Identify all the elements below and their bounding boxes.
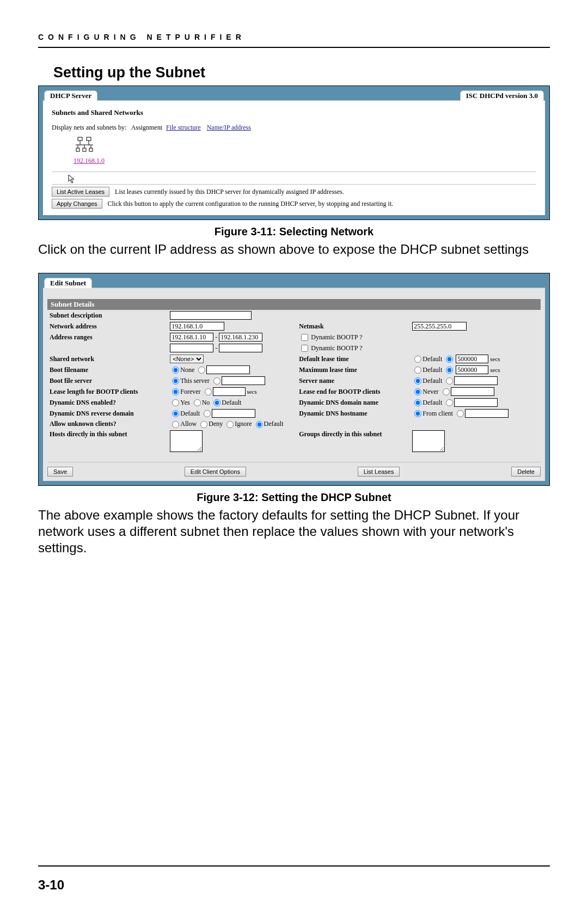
list-leases-button[interactable]: List Leases <box>358 467 400 477</box>
cursor-arrow-icon <box>68 174 76 184</box>
fig2-footer-buttons: Save Edit Client Options List Leases Del… <box>47 467 541 477</box>
radio-dyndnshost-custom[interactable] <box>457 410 464 417</box>
radio-unknown-ignore[interactable] <box>226 421 234 428</box>
chk-dyn-bootp-1[interactable] <box>301 334 308 341</box>
input-groups-direct[interactable] <box>412 430 445 452</box>
fig1-content: Subnets and Shared Networks Display nets… <box>43 100 545 215</box>
input-hosts-direct[interactable] <box>170 430 203 452</box>
input-dyndnshost[interactable] <box>465 409 509 418</box>
radio-servername-default[interactable] <box>414 377 421 385</box>
figure-1-caption: Figure 3-11: Selecting Network <box>38 225 550 238</box>
fig1-tab-dhcp-server[interactable]: DHCP Server <box>44 90 97 101</box>
radio-unknown-allow[interactable] <box>172 421 179 428</box>
fig1-display-row: Display nets and subnets by: Assignment … <box>52 124 536 132</box>
radio-leaselen-custom[interactable] <box>205 388 212 395</box>
radio-leaselen-forever[interactable] <box>172 388 179 395</box>
radio-max-lease-default[interactable] <box>414 367 421 374</box>
radio-dyndnsrev-custom[interactable] <box>204 410 211 417</box>
divider-top <box>38 47 550 48</box>
lbl-network-addr: Network address <box>47 321 168 332</box>
input-netmask[interactable] <box>412 322 467 331</box>
radio-unknown-deny[interactable] <box>200 421 207 428</box>
lbl-server-name: Server name <box>297 375 410 386</box>
figure-1-screenshot: DHCP Server ISC DHCPd version 3.0 Subnet… <box>38 86 550 220</box>
fig1-link-nameip[interactable]: Name/IP address <box>207 124 251 131</box>
fig2-form-table: Subnet description Network address Netma… <box>47 310 541 455</box>
lbl-allow-unknown: Allow unknown clients? <box>47 419 168 429</box>
fig1-tab-version: ISC DHCPd version 3.0 <box>460 90 544 101</box>
radio-servername-custom[interactable] <box>446 377 453 385</box>
apply-changes-button[interactable]: Apply Changes <box>52 199 102 209</box>
radio-bootfile-none[interactable] <box>172 367 179 374</box>
input-dyndnsrev[interactable] <box>212 409 255 418</box>
fig1-assignment: Assignment <box>131 124 162 131</box>
lbl-dyn-dns-enabled: Dynamic DNS enabled? <box>47 397 168 408</box>
radio-default-lease-custom[interactable] <box>446 356 453 363</box>
fig1-tab-row: DHCP Server ISC DHCPd version 3.0 <box>43 90 545 101</box>
radio-leaseend-custom[interactable] <box>443 388 450 395</box>
lbl-lease-len-bootp: Lease length for BOOTP clients <box>47 386 168 397</box>
input-max-lease[interactable] <box>456 365 488 374</box>
fig2-tab-edit-subnet[interactable]: Edit Subnet <box>44 278 92 288</box>
radio-max-lease-custom[interactable] <box>446 367 453 374</box>
fig1-subhead: Subnets and Shared Networks <box>52 108 536 117</box>
fig1-network-link[interactable]: 192.168.1.0 <box>74 157 536 165</box>
input-dyndnsdom[interactable] <box>454 398 498 407</box>
page: CONFIGURING NETPURIFIER Setting up the S… <box>0 0 588 909</box>
chapter-header: CONFIGURING NETPURIFIER <box>38 33 550 41</box>
figure-2-caption: Figure 3-12: Setting the DHCP Subnet <box>38 491 550 504</box>
section-title: Setting up the Subnet <box>53 64 550 81</box>
lbl-max-lease: Maximum lease time <box>297 364 410 375</box>
divider-bottom <box>38 865 550 867</box>
input-leaseend[interactable] <box>451 387 494 396</box>
input-subnet-desc[interactable] <box>170 311 252 320</box>
input-leaselen[interactable] <box>213 387 246 396</box>
input-network-addr[interactable] <box>170 322 224 331</box>
lbl-dyn-bootp-1: Dynamic BOOTP ? <box>311 333 362 341</box>
lbl-dyn-bootp-2: Dynamic BOOTP ? <box>311 344 362 352</box>
input-bootfile[interactable] <box>206 365 250 374</box>
radio-dyndns-no[interactable] <box>194 399 201 406</box>
radio-dyndns-default[interactable] <box>213 399 220 406</box>
select-shared-net[interactable]: <None> <box>170 355 204 363</box>
input-default-lease[interactable] <box>456 355 488 363</box>
input-range-end-2[interactable] <box>219 344 262 352</box>
list-active-leases-desc: List leases currently issued by this DHC… <box>115 188 344 196</box>
radio-dyndnsrev-default[interactable] <box>172 410 179 417</box>
input-range-start[interactable] <box>170 333 213 341</box>
lbl-dyn-dns-revdom: Dynamic DNS reverse domain <box>47 408 168 419</box>
svg-rect-9 <box>76 148 79 151</box>
svg-rect-1 <box>78 137 82 141</box>
radio-dyndns-yes[interactable] <box>172 399 179 406</box>
input-range-end[interactable] <box>219 333 262 341</box>
save-button[interactable]: Save <box>47 467 73 477</box>
delete-button[interactable]: Delete <box>511 467 541 477</box>
lbl-boot-file-server: Boot file server <box>47 375 168 386</box>
lbl-default-lease: Default lease time <box>297 353 410 364</box>
fig1-row-listleases: List Active Leases List leases currently… <box>52 187 536 197</box>
edit-client-options-button[interactable]: Edit Client Options <box>185 467 246 477</box>
input-servername[interactable] <box>454 376 498 385</box>
radio-dyndnsdom-default[interactable] <box>414 399 421 406</box>
fig2-subnet-details-bar: Subnet Details <box>47 299 541 310</box>
input-bootserver[interactable] <box>222 376 265 385</box>
input-range-start-2[interactable] <box>170 344 213 352</box>
radio-default-lease-default[interactable] <box>414 356 421 363</box>
lbl-address-ranges: Address ranges <box>47 332 168 343</box>
radio-bootserver-custom[interactable] <box>213 377 220 385</box>
fig2-tab-row: Edit Subnet <box>43 278 545 288</box>
radio-bootserver-this[interactable] <box>172 377 179 385</box>
radio-leaseend-never[interactable] <box>414 388 421 395</box>
radio-dyndnsdom-custom[interactable] <box>446 399 453 406</box>
paragraph-1: Click on the current IP address as shown… <box>38 241 550 258</box>
paragraph-2: The above example shows the factory defa… <box>38 507 550 556</box>
chk-dyn-bootp-2[interactable] <box>301 345 308 352</box>
radio-unknown-default[interactable] <box>256 421 263 428</box>
fig2-content: Subnet Details Subnet description Networ… <box>43 288 545 481</box>
fig1-link-filestructure[interactable]: File structure <box>166 124 201 131</box>
radio-dyndnshost-fromclient[interactable] <box>414 410 421 417</box>
radio-bootfile-custom[interactable] <box>198 367 205 374</box>
lbl-shared-net: Shared network <box>47 353 168 364</box>
lbl-hosts-direct: Hosts directly in this subnet <box>47 429 168 455</box>
list-active-leases-button[interactable]: List Active Leases <box>52 187 109 197</box>
